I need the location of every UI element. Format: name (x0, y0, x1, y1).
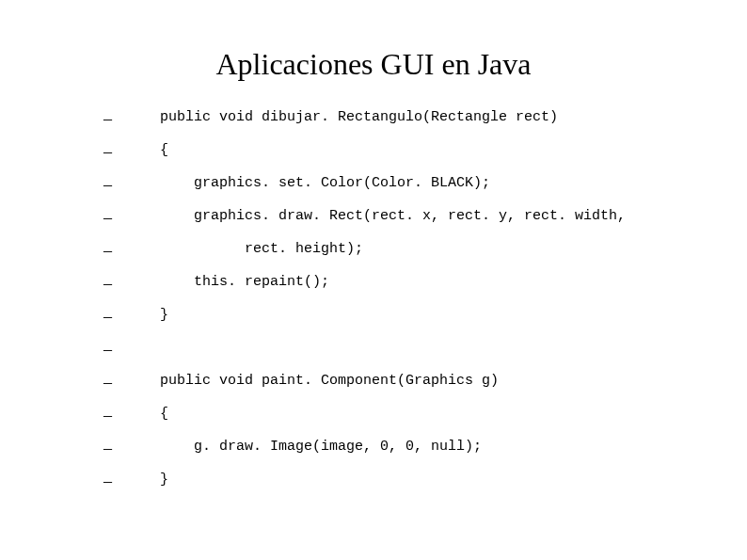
code-line: { (103, 407, 691, 421)
code-line: rect. height); (103, 242, 691, 256)
code-line: } (103, 472, 691, 487)
code-line: graphics. set. Color(Color. BLACK); (103, 176, 691, 190)
slide-container: Aplicaciones GUI en Java public void dib… (0, 0, 747, 543)
code-list: public void dibujar. Rectangulo(Rectangl… (103, 110, 691, 487)
code-line: public void dibujar. Rectangulo(Rectangl… (103, 110, 691, 124)
code-line: { (103, 143, 691, 157)
code-line: } (103, 308, 691, 322)
code-line: g. draw. Image(image, 0, 0, null); (103, 440, 691, 454)
code-line: graphics. draw. Rect(rect. x, rect. y, r… (103, 209, 691, 223)
code-line (103, 341, 691, 355)
code-line: public void paint. Component(Graphics g) (103, 374, 691, 388)
slide-title: Aplicaciones GUI en Java (56, 47, 691, 82)
code-line: this. repaint(); (103, 275, 691, 289)
